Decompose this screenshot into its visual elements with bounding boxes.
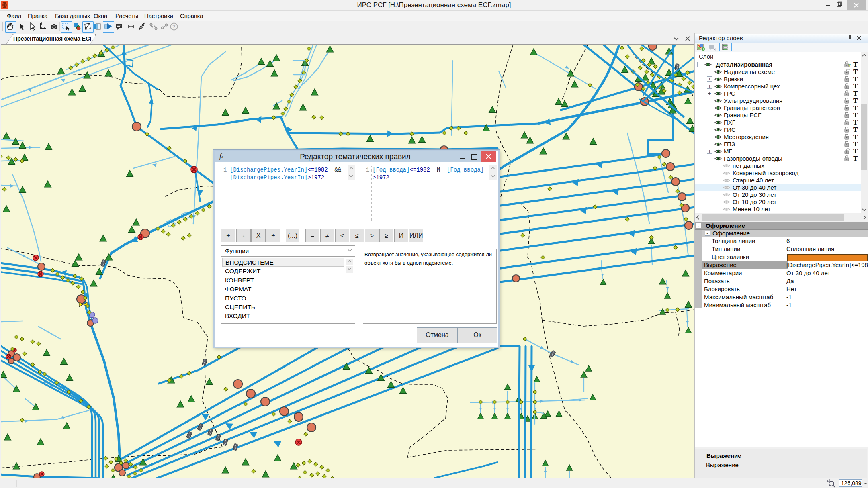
svg-text:?: ? [172, 24, 175, 29]
svg-text:?: ? [848, 63, 851, 68]
